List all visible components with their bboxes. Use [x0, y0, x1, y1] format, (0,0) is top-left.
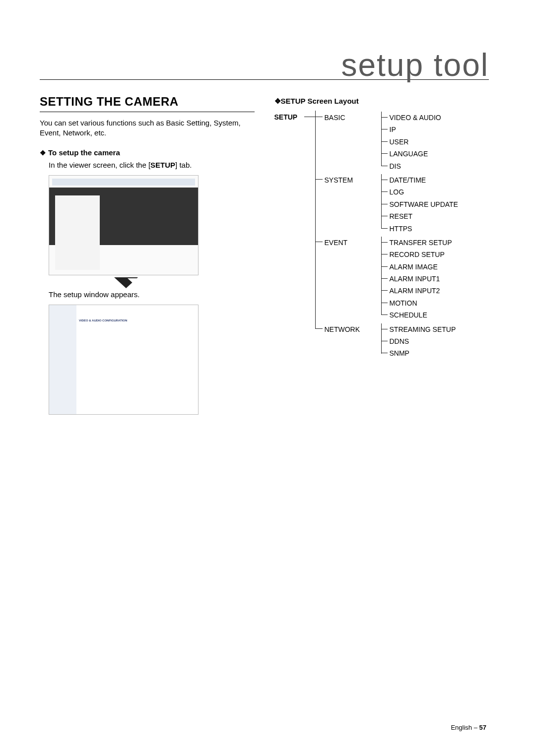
- section-title: SETTING THE CAMERA: [40, 95, 255, 112]
- tree-item: RESET: [382, 210, 458, 222]
- screenshot-setup-window: VIDEO & AUDIO CONFIGURATION: [49, 305, 199, 415]
- tree-category: BASICVIDEO & AUDIOIPUSERLANGUAGEDIS: [316, 111, 489, 173]
- brand-title: setup tool: [341, 47, 489, 83]
- tree-item: USER: [382, 136, 441, 148]
- tree-sublist: STREAMING SETUPDDNSSNMP: [381, 323, 456, 360]
- tree-category-label: NETWORK: [325, 323, 364, 335]
- tree-item: LANGUAGE: [382, 148, 441, 160]
- tree-item: SOFTWARE UPDATE: [382, 198, 458, 210]
- tree-item: ALARM INPUT1: [382, 273, 452, 285]
- step-2: The setup window appears.: [49, 290, 255, 299]
- subheading-screen-layout: ❖SETUP Screen Layout: [274, 97, 489, 106]
- tree-category-label: EVENT: [325, 237, 364, 248]
- tree-item: DDNS: [382, 335, 456, 347]
- tree-item: HTTPS: [382, 223, 458, 235]
- tree-item: SNMP: [382, 347, 456, 359]
- tree-item: ALARM INPUT2: [382, 285, 452, 297]
- step-1: In the viewer screen, click the [SETUP] …: [49, 161, 255, 169]
- tree-item: VIDEO & AUDIO: [382, 112, 441, 124]
- subheading-label: SETUP Screen Layout: [281, 97, 359, 105]
- subheading-label: To setup the camera: [48, 148, 120, 157]
- tree-category-label: SYSTEM: [325, 174, 364, 186]
- tree-category: EVENTTRANSFER SETUPRECORD SETUPALARM IMA…: [316, 236, 489, 322]
- tree-category: SYSTEMDATE/TIMELOGSOFTWARE UPDATERESETHT…: [316, 173, 489, 236]
- tree-root: SETUP: [274, 112, 298, 123]
- tree-sublist: VIDEO & AUDIOIPUSERLANGUAGEDIS: [381, 112, 441, 172]
- setup-tree: SETUP BASICVIDEO & AUDIOIPUSERLANGUAGEDI…: [274, 111, 489, 361]
- page-footer: English – 57: [451, 724, 486, 731]
- tree-sublist: TRANSFER SETUPRECORD SETUPALARM IMAGEALA…: [381, 237, 452, 321]
- arrow-down-icon: [114, 277, 138, 288]
- tree-item: DATE/TIME: [382, 174, 458, 186]
- tree-item: TRANSFER SETUP: [382, 237, 452, 249]
- diamond-icon: ❖: [274, 97, 281, 105]
- shot2-title: VIDEO & AUDIO CONFIGURATION: [79, 319, 127, 322]
- header: setup tool: [40, 45, 489, 80]
- intro-text: You can set various functions such as Ba…: [40, 118, 255, 138]
- subheading-setup-camera: ❖To setup the camera: [40, 148, 255, 157]
- tree-item: STREAMING SETUP: [382, 323, 456, 335]
- tree-category: NETWORKSTREAMING SETUPDDNSSNMP: [316, 322, 489, 361]
- tree-item: MOTION: [382, 297, 452, 309]
- screenshot-viewer: [49, 175, 199, 275]
- tree-category-label: BASIC: [325, 112, 364, 123]
- tree-sublist: DATE/TIMELOGSOFTWARE UPDATERESETHTTPS: [381, 174, 458, 235]
- tree-item: IP: [382, 124, 441, 135]
- diamond-icon: ❖: [40, 149, 46, 157]
- tree-item: LOG: [382, 186, 458, 198]
- tree-item: ALARM IMAGE: [382, 261, 452, 273]
- tree-item: DIS: [382, 160, 441, 172]
- tree-item: SCHEDULE: [382, 309, 452, 321]
- tree-item: RECORD SETUP: [382, 249, 452, 260]
